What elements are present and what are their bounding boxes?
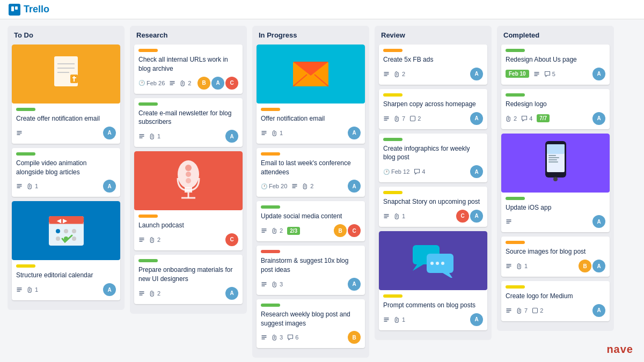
meta-comment: 5 bbox=[544, 71, 555, 77]
card-label bbox=[506, 93, 525, 97]
card-title: Update social media content bbox=[261, 212, 361, 221]
meta-list bbox=[16, 130, 23, 136]
meta-list bbox=[169, 80, 175, 86]
meta-attachment: 2 bbox=[180, 80, 191, 86]
card-ip-1[interactable]: Offer notification email 1A bbox=[257, 45, 365, 144]
card-avatars: A bbox=[103, 283, 116, 296]
svg-point-19 bbox=[56, 229, 60, 233]
card-ip-3[interactable]: Update social media content 22/3BC bbox=[257, 201, 365, 241]
logo-text: Trello bbox=[24, 4, 49, 15]
meta-list bbox=[383, 213, 390, 219]
card-comp-4[interactable]: Source images for blog post 1BA bbox=[501, 237, 610, 277]
card-res-3[interactable]: Launch podcast 2C bbox=[134, 151, 243, 250]
card-rev-2[interactable]: Sharpen copy across homepage 7 2A bbox=[379, 89, 487, 129]
card-label bbox=[383, 138, 402, 141]
card-rev-5[interactable]: Prompt comments on blog posts 1A bbox=[379, 231, 487, 330]
meta-attachment: 3 bbox=[272, 281, 283, 287]
avatar: B bbox=[579, 260, 591, 272]
meta-attachment: 2 bbox=[394, 71, 405, 77]
avatar: A bbox=[470, 210, 483, 223]
card-rev-4[interactable]: Snapchat Story on upcoming post 1CA bbox=[379, 187, 487, 227]
meta-comment: 6 bbox=[287, 334, 298, 341]
card-avatars: A bbox=[470, 68, 483, 80]
card-res-2[interactable]: Create e-mail newsletter for blog subscr… bbox=[134, 98, 243, 147]
card-ip-4[interactable]: Brainstorm & suggest 10x blog post ideas… bbox=[257, 246, 365, 295]
meta-date: 🕐 Feb 20 bbox=[261, 183, 287, 189]
meta-attachment: 3 bbox=[272, 334, 283, 341]
svg-point-22 bbox=[56, 237, 60, 241]
card-title: Email to last week's conference attendee… bbox=[261, 159, 361, 177]
logo-icon bbox=[9, 4, 20, 16]
column-inprogress: In Progress Offer notification email 1AE… bbox=[252, 26, 369, 358]
svg-rect-106 bbox=[533, 308, 538, 313]
card-meta: A bbox=[506, 215, 605, 228]
card-rev-3[interactable]: Create infographics for weekly blog post… bbox=[379, 134, 487, 183]
card-todo-3[interactable]: ◀ ▶ Structure editorial calendar 1A bbox=[12, 201, 120, 300]
card-comp-3[interactable]: Update iOS appA bbox=[501, 134, 610, 233]
column-completed: CompletedRedesign About Us pageFeb 10 5A… bbox=[497, 26, 614, 331]
card-meta: 1CA bbox=[383, 210, 483, 223]
meta-list bbox=[261, 281, 267, 287]
card-meta: 1A bbox=[138, 130, 238, 143]
card-label bbox=[138, 49, 158, 52]
column-title-todo: To Do bbox=[12, 31, 120, 39]
avatar: B bbox=[197, 77, 210, 90]
avatar: A bbox=[592, 112, 605, 125]
meta-list bbox=[383, 115, 390, 122]
card-title: Sharpen copy across homepage bbox=[383, 100, 483, 109]
card-label bbox=[261, 250, 280, 253]
avatar: A bbox=[225, 287, 238, 300]
card-rev-1[interactable]: Create 5x FB ads 2A bbox=[379, 45, 487, 85]
meta-attachment: 2 bbox=[272, 227, 283, 234]
meta-attachment: 1 bbox=[149, 133, 160, 139]
card-title: Structure editorial calendar bbox=[16, 271, 116, 280]
card-todo-2[interactable]: Compile video animation alongside blog a… bbox=[12, 148, 120, 197]
svg-rect-92 bbox=[548, 155, 556, 156]
avatar: A bbox=[470, 165, 483, 178]
column-title-completed: Completed bbox=[501, 31, 610, 39]
meta-attachment: 1 bbox=[27, 183, 38, 189]
meta-list bbox=[261, 130, 267, 136]
card-res-1[interactable]: Check all internal URLs work in blog arc… bbox=[134, 45, 243, 94]
svg-rect-93 bbox=[548, 157, 559, 158]
card-ip-5[interactable]: Research weekly blog post and suggest im… bbox=[257, 299, 365, 349]
card-res-4[interactable]: Prepare onboarding materials for new UI … bbox=[134, 255, 243, 304]
card-ip-2[interactable]: Email to last week's conference attendee… bbox=[257, 148, 365, 197]
avatar: A bbox=[348, 278, 361, 291]
trello-logo[interactable]: Trello bbox=[9, 4, 49, 16]
card-meta: 🕐 Feb 26 2BAC bbox=[138, 77, 238, 90]
svg-rect-95 bbox=[548, 161, 558, 162]
card-title: Create logo for Medium bbox=[506, 292, 605, 301]
avatar: C bbox=[348, 224, 361, 237]
avatar: A bbox=[348, 127, 361, 139]
card-label bbox=[138, 102, 158, 106]
card-label bbox=[261, 152, 280, 156]
meta-list bbox=[16, 183, 23, 189]
card-avatars: A bbox=[592, 112, 605, 125]
svg-rect-94 bbox=[548, 159, 557, 160]
card-meta: 1A bbox=[383, 313, 483, 326]
card-meta: 2A bbox=[138, 287, 238, 300]
card-meta: 🕐 Feb 20 2A bbox=[261, 180, 361, 193]
card-meta: 2A bbox=[383, 68, 483, 80]
meta-list bbox=[533, 71, 540, 77]
card-comp-2[interactable]: Redesign logo 2 47/7A bbox=[501, 89, 610, 129]
nave-watermark: nave bbox=[606, 343, 633, 356]
card-todo-1[interactable]: Create offer notification emailA bbox=[12, 45, 120, 144]
card-comp-1[interactable]: Redesign About Us pageFeb 10 5A bbox=[501, 45, 610, 85]
card-meta: 7 2A bbox=[383, 112, 483, 125]
card-title: Prompt comments on blog posts bbox=[383, 301, 483, 310]
card-meta: 3A bbox=[261, 278, 361, 291]
card-avatars: A bbox=[348, 180, 361, 193]
meta-list bbox=[383, 71, 390, 77]
card-meta: 2 47/7A bbox=[506, 112, 605, 125]
meta-attachment: 1 bbox=[27, 286, 38, 293]
card-title: Update iOS app bbox=[506, 203, 605, 212]
card-title: Snapchat Story on upcoming post bbox=[383, 197, 483, 206]
avatar: C bbox=[225, 77, 238, 90]
column-title-review: Review bbox=[379, 31, 487, 39]
card-title: Prepare onboarding materials for new UI … bbox=[138, 265, 238, 284]
card-title: Offer notification email bbox=[261, 114, 361, 123]
card-label bbox=[383, 294, 402, 298]
card-comp-5[interactable]: Create logo for Medium 7 2A bbox=[501, 281, 610, 321]
